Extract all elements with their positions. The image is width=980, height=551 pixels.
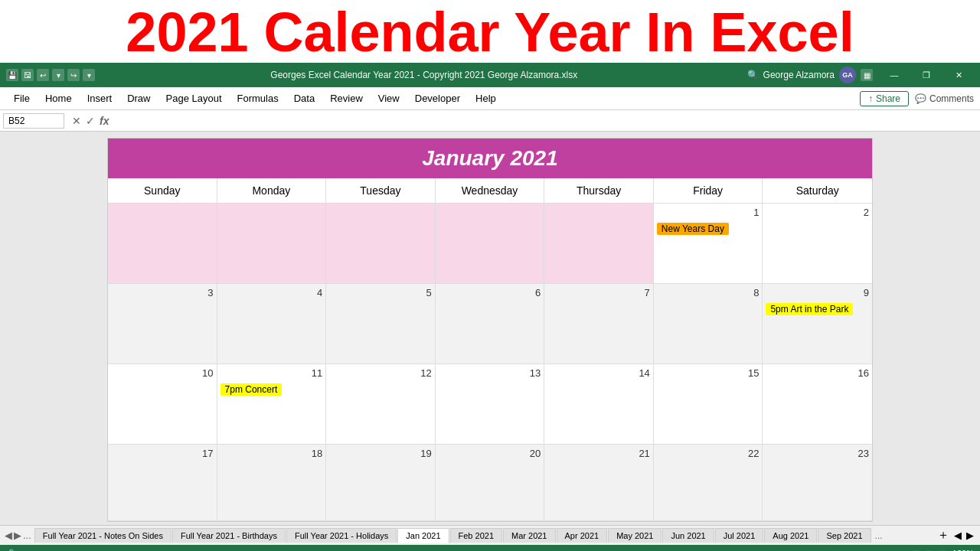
menu-page-layout[interactable]: Page Layout [158, 90, 230, 107]
tab-sep-2021[interactable]: Sep 2021 [818, 528, 871, 543]
sheet-view-icon[interactable]: ▦ [912, 549, 920, 552]
undo-dropdown-icon[interactable]: ▾ [52, 69, 64, 81]
save-local-icon[interactable]: 🖫 [21, 69, 34, 81]
tabs-right-controls: ＋ ◀ ▶ [937, 527, 978, 543]
calendar-cell-jan21[interactable]: 21 [544, 445, 654, 521]
confirm-formula-icon[interactable]: ✓ [86, 115, 95, 127]
tab-jul-2021[interactable]: Jul 2021 [715, 528, 764, 543]
calendar-cell-jan18[interactable]: 18 [217, 445, 327, 521]
page-layout-icon[interactable]: ⊞ [926, 549, 933, 552]
calendar-cell-jan4[interactable]: 4 [217, 284, 327, 364]
user-avatar[interactable]: GA [839, 67, 856, 83]
day-number-21: 21 [547, 448, 650, 459]
tab-full-year-holidays[interactable]: Full Year 2021 - Holidays [286, 528, 397, 543]
comments-button[interactable]: 💬 Comments [915, 93, 974, 104]
tab-may-2021[interactable]: May 2021 [608, 528, 662, 543]
calendar-cell-jan6[interactable]: 6 [436, 284, 545, 364]
calendar-cell-jan20[interactable]: 20 [436, 445, 545, 521]
calendar-cell-jan13[interactable]: 13 [436, 364, 545, 445]
quick-access-toolbar: 💾 🖫 ↩ ▾ ↪ ▾ [6, 69, 95, 81]
calendar-cell-jan9[interactable]: 9 5pm Art in the Park [763, 284, 872, 364]
share-button[interactable]: ↑ Share [860, 91, 909, 106]
calendar-cell-jan22[interactable]: 22 [654, 445, 763, 521]
day-number-8: 8 [657, 287, 760, 298]
event-art-in-park: 5pm Art in the Park [766, 303, 853, 315]
overflow-sheets-icon[interactable]: ... [23, 530, 31, 541]
day-number-14: 14 [547, 367, 650, 379]
main-title: 2021 Calendar Year In Excel [0, 5, 980, 60]
scroll-left-tab-icon[interactable]: ◀ [954, 530, 962, 541]
calendar-cell-jan23[interactable]: 23 [763, 445, 872, 521]
event-new-years-day: New Years Day [657, 223, 729, 235]
calendar-cell-jan16[interactable]: 16 [763, 364, 872, 445]
scroll-right-tab-icon[interactable]: ▶ [966, 530, 974, 541]
next-sheet-icon[interactable]: ▶ [14, 530, 21, 541]
tab-aug-2021[interactable]: Aug 2021 [764, 528, 817, 543]
menu-draw[interactable]: Draw [119, 90, 158, 107]
calendar-cell-jan2[interactable]: 2 [763, 204, 872, 284]
insert-function-icon[interactable]: fx [100, 115, 109, 127]
day-number-20: 20 [439, 448, 541, 459]
tab-full-year-birthdays[interactable]: Full Year 2021 - Birthdays [172, 528, 286, 543]
tab-feb-2021[interactable]: Feb 2021 [450, 528, 502, 543]
tab-jan-2021[interactable]: Jan 2021 [397, 528, 449, 543]
menu-view[interactable]: View [371, 90, 407, 107]
close-button[interactable]: ✕ [943, 63, 974, 87]
day-number-22: 22 [657, 448, 760, 459]
days-of-week-header: Sunday Monday Tuesday Wednesday Thursday… [108, 178, 872, 204]
calendar-cell-jan8[interactable]: 8 [654, 284, 763, 364]
tab-jun-2021[interactable]: Jun 2021 [662, 528, 714, 543]
views-icon[interactable]: ▦ [861, 69, 873, 81]
calendar-cell-jan19[interactable]: 19 [326, 445, 436, 521]
customize-icon[interactable]: ▾ [83, 69, 95, 81]
menu-insert[interactable]: Insert [80, 90, 120, 107]
prev-sheet-icon[interactable]: ◀ [5, 530, 12, 541]
tab-apr-2021[interactable]: Apr 2021 [557, 528, 608, 543]
calendar-cell-jan3[interactable]: 3 [108, 284, 217, 364]
more-tabs-icon[interactable]: ... [872, 530, 886, 541]
comments-label: Comments [929, 93, 974, 104]
minimize-button[interactable]: — [879, 63, 910, 87]
menu-file[interactable]: File [6, 90, 38, 107]
page-break-icon[interactable]: ▤ [939, 549, 946, 552]
calendar-cell-w1-wed[interactable] [436, 204, 545, 284]
cancel-formula-icon[interactable]: ✕ [72, 115, 81, 127]
lock-icon: 🔒 [6, 549, 17, 552]
cell-reference-input[interactable] [3, 113, 64, 129]
calendar-cell-w1-tue[interactable] [326, 204, 436, 284]
restore-button[interactable]: ❐ [911, 63, 942, 87]
user-info: 🔍 George Alzamora GA ▦ [747, 67, 873, 83]
menu-help[interactable]: Help [468, 90, 504, 107]
menu-formulas[interactable]: Formulas [230, 90, 286, 107]
calendar-cell-w1-sun[interactable] [108, 204, 217, 284]
tab-mar-2021[interactable]: Mar 2021 [503, 528, 555, 543]
event-concert: 7pm Concert [220, 383, 283, 396]
day-number-18: 18 [220, 448, 323, 459]
menu-data[interactable]: Data [286, 90, 322, 107]
menu-review[interactable]: Review [322, 90, 371, 107]
save-icon[interactable]: 💾 [6, 69, 18, 81]
calendar-cell-jan12[interactable]: 12 [326, 364, 436, 445]
calendar-cell-jan14[interactable]: 14 [544, 364, 654, 445]
calendar-cell-jan7[interactable]: 7 [544, 284, 654, 364]
day-friday: Friday [654, 178, 763, 204]
calendar-cell-jan5[interactable]: 5 [326, 284, 436, 364]
redo-icon[interactable]: ↪ [67, 69, 80, 81]
menu-home[interactable]: Home [38, 90, 80, 107]
calendar-cell-jan11[interactable]: 11 7pm Concert [217, 364, 327, 445]
calendar-cell-jan10[interactable]: 10 [108, 364, 217, 445]
calendar-cell-jan1[interactable]: 1 New Years Day [654, 204, 763, 284]
undo-icon[interactable]: ↩ [37, 69, 49, 81]
calendar-cell-w1-mon[interactable] [217, 204, 327, 284]
menu-developer[interactable]: Developer [407, 90, 468, 107]
add-sheet-icon[interactable]: ＋ [937, 527, 949, 543]
formula-input[interactable] [113, 113, 977, 128]
calendar-cell-jan15[interactable]: 15 [654, 364, 763, 445]
day-tuesday: Tuesday [326, 178, 436, 204]
calendar-cell-w1-thu[interactable] [544, 204, 654, 284]
tab-full-year-notes[interactable]: Full Year 2021 - Notes On Sides [34, 528, 172, 543]
day-monday: Monday [217, 178, 327, 204]
title-banner: 2021 Calendar Year In Excel [0, 0, 980, 63]
search-icon[interactable]: 🔍 [747, 70, 759, 80]
calendar-cell-jan17[interactable]: 17 [108, 445, 217, 521]
